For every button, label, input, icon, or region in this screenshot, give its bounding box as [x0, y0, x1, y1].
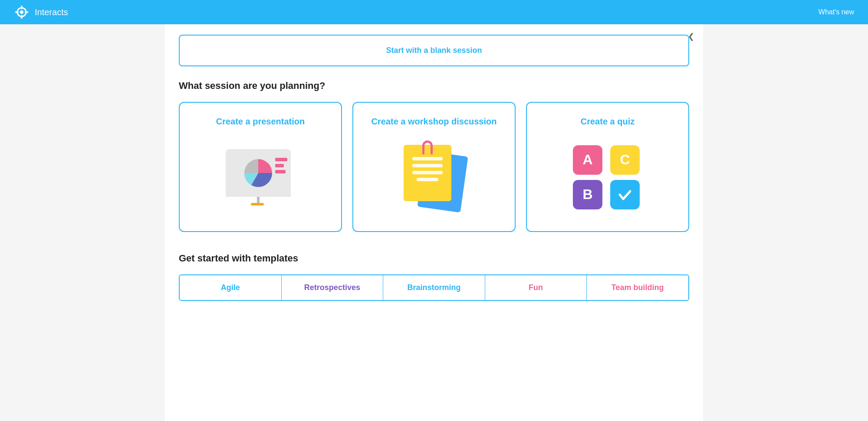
- template-tab-brainstorming[interactable]: Brainstorming: [383, 275, 485, 300]
- app-header: Interacts What's new: [0, 0, 868, 24]
- quiz-tile-check: [610, 180, 640, 209]
- session-cards-grid: Create a presentation: [179, 102, 689, 232]
- app-title: Interacts: [35, 7, 68, 17]
- template-tab-team-building[interactable]: Team building: [587, 275, 688, 300]
- quiz-tile-c: C: [610, 145, 640, 175]
- templates-section: Get started with templates Agile Retrosp…: [179, 253, 689, 301]
- blank-session-button[interactable]: Start with a blank session: [179, 35, 689, 66]
- create-presentation-card[interactable]: Create a presentation: [179, 102, 342, 232]
- workshop-card-icon: [404, 137, 464, 217]
- whats-new-link[interactable]: What's new: [819, 8, 854, 16]
- create-workshop-card[interactable]: Create a workshop discussion: [352, 102, 516, 232]
- header-logo-group: Interacts: [14, 4, 68, 20]
- presentation-card-title: Create a presentation: [216, 117, 305, 127]
- collapse-arrow[interactable]: ❮: [686, 31, 696, 42]
- planning-section-title: What session are you planning?: [179, 80, 689, 91]
- presentation-card-icon: [226, 137, 295, 217]
- workshop-card-title: Create a workshop discussion: [372, 117, 497, 127]
- template-tabs: Agile Retrospectives Brainstorming Fun T…: [179, 274, 689, 301]
- template-tab-agile[interactable]: Agile: [180, 275, 282, 300]
- create-quiz-card[interactable]: Create a quiz A C B: [526, 102, 689, 232]
- templates-section-title: Get started with templates: [179, 253, 689, 264]
- svg-point-5: [20, 10, 23, 14]
- quiz-card-title: Create a quiz: [581, 117, 635, 127]
- quiz-tile-a: A: [573, 145, 602, 175]
- template-tab-fun[interactable]: Fun: [485, 275, 587, 300]
- quiz-card-icon: A C B: [573, 137, 642, 217]
- quiz-tile-b: B: [573, 180, 602, 209]
- template-tab-retrospectives[interactable]: Retrospectives: [282, 275, 384, 300]
- logo-icon: [14, 4, 30, 20]
- main-content: ❮ Start with a blank session What sessio…: [165, 24, 703, 421]
